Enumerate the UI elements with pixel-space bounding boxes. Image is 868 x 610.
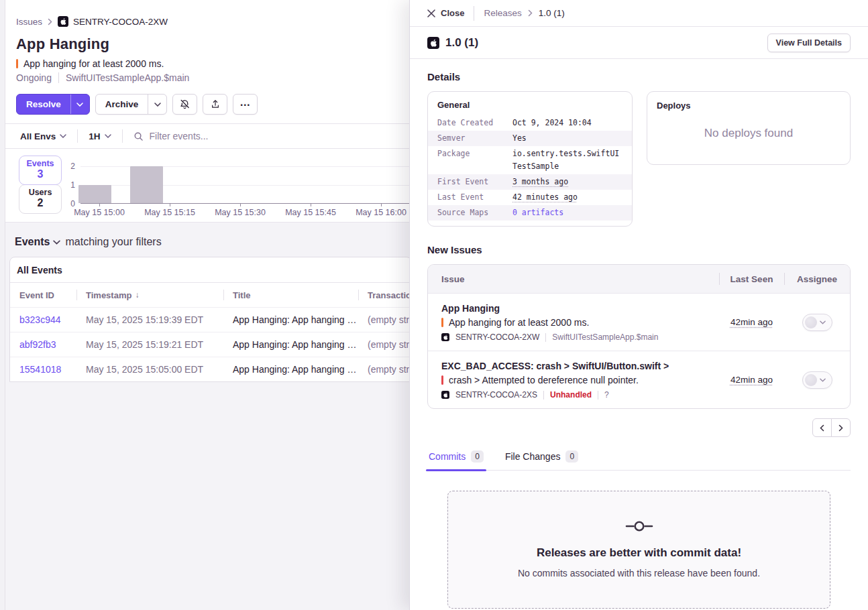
events-table-header: Event ID Timestamp ↓ Title Transaction [10, 283, 409, 307]
previous-page-button[interactable] [812, 418, 832, 437]
help-question-icon[interactable]: ? [604, 390, 609, 400]
detail-value: Oct 9, 2024 10:04 [512, 117, 592, 129]
view-full-details-button[interactable]: View Full Details [767, 34, 851, 52]
event-search [129, 131, 398, 141]
breadcrumb-releases-link[interactable]: Releases [484, 8, 521, 18]
unassigned-avatar [805, 316, 817, 328]
tab-commits-label: Commits [429, 451, 466, 462]
last-event-relative-time[interactable]: 42 minutes ago [512, 191, 578, 204]
first-event-relative-time[interactable]: 3 months ago [512, 176, 568, 188]
event-transaction: (empty string) [358, 314, 409, 325]
more-actions-button[interactable]: … [233, 94, 258, 115]
event-id-link[interactable]: b323c944 [10, 314, 76, 325]
new-issues-heading: New Issues [427, 244, 851, 255]
breadcrumb: Issues SENTRY-COCOA-2XW [16, 16, 398, 27]
assignee-dropdown[interactable] [802, 314, 832, 331]
tab-commits[interactable]: Commits 0 [427, 448, 485, 470]
x-tick-label: May 15 15:15 [144, 208, 195, 217]
chevron-down-icon [820, 320, 826, 324]
issue-message-row: App hanging for at least 2000 ms. [16, 58, 398, 69]
commits-count-badge: 0 [471, 450, 484, 463]
issue-last-seen[interactable]: 42min ago [730, 317, 773, 327]
detail-value: io.sentry.tests.SwiftUITestSample [512, 147, 622, 173]
event-table-row[interactable]: abf92fb3 May 15, 2025 15:19:21 EDT App H… [10, 332, 409, 357]
event-id-link[interactable]: 15541018 [10, 364, 76, 375]
deploys-empty-message: No deploys found [657, 127, 840, 140]
column-last-seen: Last Seen [719, 265, 784, 293]
divider [543, 391, 544, 400]
event-transaction: (empty string) [358, 339, 409, 350]
deploys-card-title: Deploys [657, 101, 840, 111]
issue-row-message: App hanging for at least 2000 ms. [449, 317, 589, 328]
event-table-row[interactable]: 15541018 May 15, 2025 15:05:00 EDT App H… [10, 357, 409, 381]
y-tick-label: 1 [70, 180, 75, 190]
deploys-card: Deploys No deploys found [647, 91, 851, 165]
column-timestamp[interactable]: Timestamp ↓ [76, 290, 223, 300]
time-range-dropdown[interactable]: 1H [85, 131, 115, 141]
unassigned-avatar [805, 374, 817, 386]
issue-row[interactable]: EXC_BAD_ACCESS: crash > SwiftUI/Button.s… [428, 351, 850, 408]
resolve-label[interactable]: Resolve [17, 99, 70, 109]
detail-row: Source Maps 0 artifacts [428, 205, 632, 221]
event-graph-section: Events 3 Users 2 012 May 15 15:00May 15 … [5, 149, 409, 223]
events-toggle[interactable]: Events 3 [19, 156, 62, 185]
issue-short-id: SENTRY-COCOA-2XW [455, 332, 539, 342]
chart-plot [80, 166, 409, 204]
column-event-id[interactable]: Event ID [10, 290, 76, 300]
share-button[interactable] [203, 94, 227, 115]
environment-filter-dropdown[interactable]: All Envs [16, 131, 70, 141]
all-events-title: All Events [10, 257, 409, 283]
release-drawer: Close Releases 1.0 (1) 1.0 (1) View Full… [409, 0, 868, 610]
assignee-dropdown[interactable] [802, 371, 832, 389]
issue-row-title[interactable]: EXC_BAD_ACCESS: crash > SwiftUI/Button.s… [441, 360, 712, 372]
filter-events-input[interactable] [150, 131, 398, 141]
apple-platform-icon [58, 16, 68, 27]
chevron-right-icon [528, 9, 533, 17]
column-transaction[interactable]: Transaction [358, 290, 409, 300]
drawer-breadcrumb: Releases 1.0 (1) [484, 8, 564, 18]
close-drawer-button[interactable]: Close [427, 8, 464, 18]
x-tick [311, 203, 311, 206]
event-filter-bar: All Envs 1H [5, 124, 409, 149]
detail-key: Package [437, 147, 512, 173]
detail-key: Date Created [437, 117, 512, 129]
event-table-row[interactable]: b323c944 May 15, 2025 15:19:39 EDT App H… [10, 307, 409, 332]
issue-short-id: SENTRY-COCOA-2XS [455, 390, 537, 400]
issue-row[interactable]: App Hanging App hanging for at least 200… [428, 293, 850, 351]
details-cards-row: General Date Created Oct 9, 2024 10:04 S… [427, 91, 851, 227]
x-tick [99, 203, 100, 206]
breadcrumb-issues-link[interactable]: Issues [16, 17, 42, 27]
resolve-dropdown-button[interactable] [70, 95, 89, 114]
chevron-right-icon [48, 18, 52, 25]
archive-button[interactable]: Archive [95, 94, 168, 115]
close-label: Close [441, 8, 464, 18]
column-title[interactable]: Title [223, 290, 358, 300]
event-title: App Hanging: App hanging for at least 20… [223, 364, 358, 375]
chevron-down-icon [105, 134, 111, 138]
apple-platform-icon [427, 37, 439, 49]
resolve-button[interactable]: Resolve [16, 94, 90, 115]
event-id-link[interactable]: abf92fb3 [10, 339, 76, 350]
project-badge[interactable]: SENTRY-COCOA-2XW [58, 16, 168, 27]
issue-details-page: Issues SENTRY-COCOA-2XW App Hanging App … [5, 0, 409, 610]
divider [474, 6, 474, 21]
y-tick-label: 0 [70, 199, 75, 208]
source-maps-link[interactable]: 0 artifacts [512, 206, 563, 219]
detail-value: Yes [512, 132, 527, 145]
issue-message: App hanging for at least 2000 ms. [23, 58, 164, 69]
divider [122, 129, 123, 143]
archive-label[interactable]: Archive [96, 99, 148, 109]
chevron-right-icon [838, 424, 843, 432]
time-range-label: 1H [89, 131, 100, 141]
event-transaction: (empty string) [358, 364, 409, 375]
users-toggle[interactable]: Users 2 [19, 184, 62, 214]
mute-button[interactable] [172, 94, 197, 115]
chart-x-axis: May 15 15:00May 15 15:15May 15 15:30May … [80, 208, 409, 219]
tab-file-changes[interactable]: File Changes 0 [504, 448, 580, 470]
next-page-button[interactable] [831, 418, 851, 437]
archive-dropdown-button[interactable] [148, 95, 166, 114]
release-tabs: Commits 0 File Changes 0 [427, 448, 851, 471]
events-dataset-dropdown[interactable]: Events [15, 236, 60, 248]
issue-row-title[interactable]: App Hanging [441, 302, 712, 314]
issue-last-seen[interactable]: 42min ago [730, 375, 773, 385]
